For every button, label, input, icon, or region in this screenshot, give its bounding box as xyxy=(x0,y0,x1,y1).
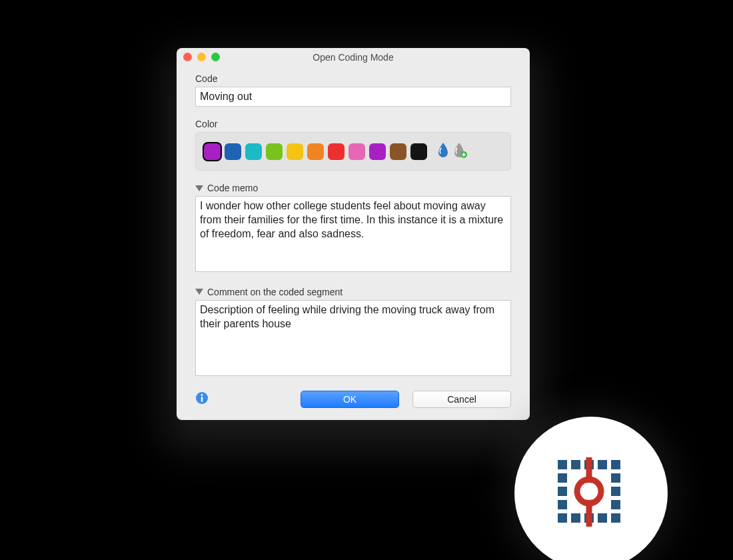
color-swatch[interactable] xyxy=(266,143,283,160)
comment-textarea[interactable] xyxy=(195,300,511,376)
window-controls xyxy=(183,53,220,61)
svg-rect-9 xyxy=(558,473,567,483)
color-section: Color xyxy=(195,119,511,171)
disclosure-triangle-icon xyxy=(195,185,203,191)
color-swatch[interactable] xyxy=(390,143,406,160)
close-window-button[interactable] xyxy=(183,53,192,61)
color-swatch[interactable] xyxy=(225,143,241,160)
color-swatch[interactable] xyxy=(245,143,262,160)
color-swatch[interactable] xyxy=(410,143,427,160)
svg-rect-16 xyxy=(571,513,580,523)
open-coding-icon xyxy=(551,453,631,533)
svg-rect-18 xyxy=(598,513,607,523)
svg-rect-11 xyxy=(558,487,567,496)
window-title: Open Coding Mode xyxy=(177,52,530,63)
color-swatch[interactable] xyxy=(328,143,345,160)
dialog-content: Code Color xyxy=(177,67,530,420)
memo-disclosure[interactable]: Code memo xyxy=(195,183,511,193)
color-picker-icon[interactable] xyxy=(436,142,450,161)
code-label: Code xyxy=(195,73,511,84)
memo-section: Code memo xyxy=(195,183,511,275)
memo-label: Code memo xyxy=(207,183,258,193)
svg-rect-4 xyxy=(558,460,567,469)
svg-rect-7 xyxy=(598,460,607,469)
color-palette xyxy=(195,132,511,171)
comment-section: Comment on the coded segment xyxy=(195,287,511,379)
code-section: Code xyxy=(195,73,511,107)
color-swatch[interactable] xyxy=(204,143,221,160)
button-row: OK Cancel xyxy=(195,391,511,408)
dialog-window: Open Coding Mode Code Color xyxy=(177,48,530,420)
svg-rect-12 xyxy=(611,487,620,496)
ok-button[interactable]: OK xyxy=(301,391,399,408)
memo-textarea[interactable] xyxy=(195,196,511,272)
feature-badge xyxy=(514,417,668,560)
svg-rect-5 xyxy=(571,460,580,469)
svg-rect-19 xyxy=(611,513,620,523)
disclosure-triangle-icon xyxy=(195,289,203,295)
color-label: Color xyxy=(195,119,511,129)
cancel-button[interactable]: Cancel xyxy=(412,391,511,408)
svg-rect-10 xyxy=(611,473,620,483)
svg-point-22 xyxy=(580,483,598,500)
color-swatch[interactable] xyxy=(369,143,386,160)
color-swatch[interactable] xyxy=(307,143,324,160)
color-swatch[interactable] xyxy=(349,143,365,160)
color-swatch[interactable] xyxy=(287,143,303,160)
svg-rect-13 xyxy=(558,500,567,509)
titlebar: Open Coding Mode xyxy=(177,48,530,67)
add-color-picker-icon[interactable] xyxy=(452,142,467,161)
code-input[interactable] xyxy=(195,87,511,107)
svg-rect-3 xyxy=(201,397,203,402)
maximize-window-button[interactable] xyxy=(211,53,220,61)
svg-rect-14 xyxy=(611,500,620,509)
svg-rect-8 xyxy=(611,460,620,469)
minimize-window-button[interactable] xyxy=(197,53,206,61)
comment-label: Comment on the coded segment xyxy=(207,287,343,297)
svg-rect-15 xyxy=(558,513,567,523)
color-tools xyxy=(436,142,467,161)
svg-point-2 xyxy=(201,394,203,396)
comment-disclosure[interactable]: Comment on the coded segment xyxy=(195,287,511,297)
info-icon[interactable] xyxy=(195,391,209,407)
